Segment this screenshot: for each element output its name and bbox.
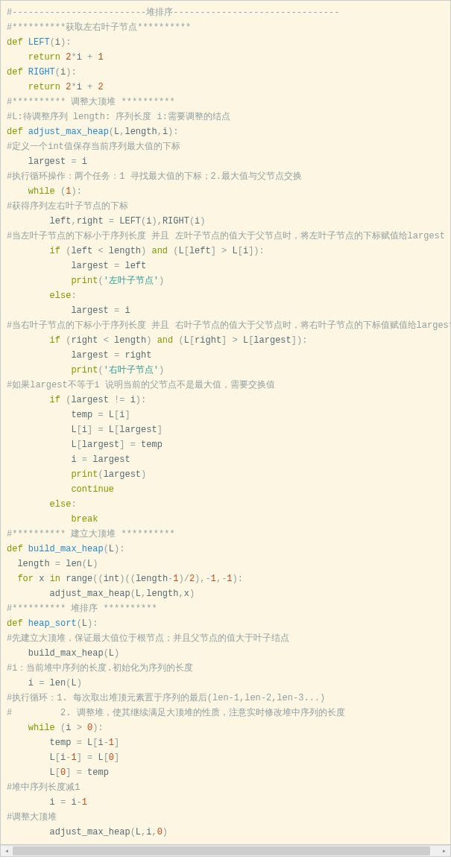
scroll-thumb[interactable]	[13, 846, 430, 855]
scroll-left-button[interactable]: ◂	[1, 846, 13, 856]
code-block: #-------------------------堆排序-----------…	[0, 0, 451, 845]
scroll-track[interactable]	[13, 846, 438, 856]
horizontal-scrollbar[interactable]: ◂ ▸	[0, 845, 451, 857]
scroll-right-button[interactable]: ▸	[438, 846, 450, 856]
code-content: #-------------------------堆排序-----------…	[1, 5, 450, 840]
